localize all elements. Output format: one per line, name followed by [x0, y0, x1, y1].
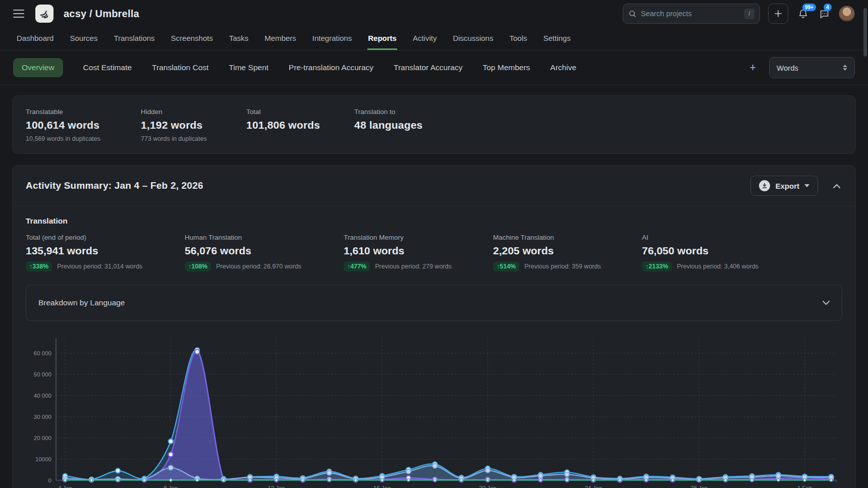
notifications-button[interactable]: 99+: [796, 7, 809, 20]
nav-tab[interactable]: Settings: [542, 27, 571, 50]
previous-period-text: Previous period: 3,406 words: [677, 263, 758, 270]
stat-value: 48 languages: [354, 119, 842, 131]
nav-tab[interactable]: Reports: [367, 27, 397, 50]
hamburger-menu-icon[interactable]: [13, 10, 24, 18]
nav-tab[interactable]: Translations: [113, 27, 155, 50]
activity-header: Activity Summary: Jan 4 – Feb 2, 2026 Ex…: [13, 166, 855, 206]
search-box[interactable]: /: [623, 4, 760, 24]
svg-text:10000: 10000: [35, 456, 51, 462]
stat-subtext: [246, 135, 354, 142]
user-avatar[interactable]: [839, 6, 855, 22]
stat-value: 76,050 words: [642, 245, 842, 257]
chart-y-axis-labels: 01000020 00030 00040 00050 00060 000: [34, 350, 51, 483]
chart-series-purple: [65, 352, 831, 480]
stat-label: Hidden: [141, 108, 246, 116]
report-tab[interactable]: Overview: [13, 58, 63, 77]
translation-stat: Total (end of period) 135,941 words ↑338…: [26, 234, 185, 272]
stat-value: 1,192 words: [141, 119, 246, 131]
stat-subtext: [354, 135, 842, 142]
activity-title: Activity Summary: Jan 4 – Feb 2, 2026: [26, 180, 203, 191]
stat-label: Translation to: [354, 108, 842, 116]
app-logo[interactable]: [35, 5, 53, 23]
summary-stat: Translation to 48 languages: [354, 108, 842, 142]
stat-value: 2,205 words: [493, 245, 642, 257]
nav-tab[interactable]: Members: [264, 27, 297, 50]
nav-tab[interactable]: Tools: [509, 27, 527, 50]
nav-tab[interactable]: Dashboard: [16, 27, 54, 50]
report-tab[interactable]: Translator Accuracy: [394, 63, 462, 72]
svg-text:20 Jan: 20 Jan: [479, 485, 496, 488]
delta-badge: ↑338%: [26, 261, 52, 272]
search-input[interactable]: [641, 10, 740, 18]
svg-text:60 000: 60 000: [34, 350, 51, 356]
report-tab[interactable]: Translation Cost: [152, 63, 208, 72]
messages-button[interactable]: 4: [818, 7, 831, 20]
report-tab[interactable]: Pre-translation Accuracy: [289, 63, 373, 72]
nav-tab[interactable]: Activity: [412, 27, 438, 50]
collapse-section-button[interactable]: [831, 180, 842, 192]
report-tab[interactable]: Time Spent: [229, 63, 268, 72]
stat-value: 135,941 words: [26, 245, 185, 257]
reports-tabs: OverviewCost EstimateTranslation CostTim…: [13, 58, 576, 77]
translation-stat: Machine Translation 2,205 words ↑514% Pr…: [493, 234, 642, 272]
stat-label: Translatable: [26, 108, 141, 116]
stat-label: Human Translation: [185, 234, 344, 241]
stat-label: AI: [642, 234, 842, 241]
plus-icon: [774, 9, 783, 18]
report-tab[interactable]: Archive: [550, 63, 576, 72]
messages-count-badge: 4: [824, 4, 832, 11]
project-nav: DashboardSourcesTranslationsScreenshotsT…: [0, 27, 868, 50]
nav-tab[interactable]: Discussions: [452, 27, 494, 50]
unit-select[interactable]: Words: [769, 57, 855, 78]
summary-stat: Hidden 1,192 words 773 words in duplicat…: [141, 108, 246, 142]
previous-period-text: Previous period: 359 words: [524, 263, 601, 270]
notifications-count-badge: 99+: [802, 4, 816, 11]
search-icon: [628, 10, 637, 18]
breakdown-by-language-accordion[interactable]: Breakdown by Language: [26, 285, 842, 321]
export-button[interactable]: Export: [750, 176, 818, 196]
nav-tab[interactable]: Integrations: [312, 27, 352, 50]
project-title: acsy / Umbrella: [64, 8, 139, 20]
stat-value: 1,610 words: [344, 245, 493, 257]
stat-value: 100,614 words: [26, 119, 141, 131]
svg-text:20 000: 20 000: [34, 435, 51, 441]
caret-down-icon: [804, 184, 809, 187]
add-report-button[interactable]: +: [749, 62, 756, 73]
delta-badge: ↑477%: [344, 261, 370, 272]
translation-stat: Human Translation 56,076 words ↑108% Pre…: [185, 234, 344, 272]
svg-text:50 000: 50 000: [34, 371, 51, 377]
stat-label: Total (end of period): [26, 234, 185, 241]
previous-period-text: Previous period: 279 words: [375, 263, 451, 270]
svg-text:0: 0: [48, 477, 51, 483]
word-summary-card: Translatable 100,614 words 10,569 words …: [12, 95, 856, 154]
topbar: acsy / Umbrella / 99+ 4: [0, 0, 868, 27]
report-tab[interactable]: Cost Estimate: [83, 63, 132, 72]
activity-chart: 4 Jan8 Jan12 Jan16 Jan20 Jan24 Jan28 Jan…: [26, 328, 842, 488]
page-scrollbar-thumb[interactable]: [863, 8, 867, 57]
export-label: Export: [775, 182, 799, 190]
delta-badge: ↑514%: [493, 261, 519, 272]
stat-value: 101,806 words: [246, 119, 354, 131]
translation-stat: Translation Memory 1,610 words ↑477% Pre…: [344, 234, 493, 272]
nav-tab[interactable]: Tasks: [229, 27, 249, 50]
logo-swirl-icon: [39, 8, 50, 19]
search-shortcut-key: /: [744, 9, 754, 19]
svg-text:4 Jan: 4 Jan: [58, 485, 72, 488]
summary-stat: Translatable 100,614 words 10,569 words …: [26, 108, 141, 142]
summary-stat: Total 101,806 words: [246, 108, 354, 142]
create-project-button[interactable]: [768, 4, 788, 24]
translation-section-title: Translation: [26, 216, 842, 226]
nav-tab[interactable]: Sources: [69, 27, 98, 50]
delta-badge: ↑2133%: [642, 261, 672, 272]
stat-label: Machine Translation: [493, 234, 642, 241]
svg-text:40 000: 40 000: [34, 393, 51, 399]
reports-subnav: OverviewCost EstimateTranslation CostTim…: [0, 50, 868, 85]
stat-value: 56,076 words: [185, 245, 344, 257]
svg-text:16 Jan: 16 Jan: [373, 485, 391, 488]
activity-summary-card: Activity Summary: Jan 4 – Feb 2, 2026 Ex…: [12, 165, 856, 488]
svg-text:1 Feb: 1 Feb: [797, 485, 812, 488]
nav-tab[interactable]: Screenshots: [171, 27, 213, 50]
svg-text:24 Jan: 24 Jan: [585, 485, 602, 488]
report-tab[interactable]: Top Members: [482, 63, 530, 72]
svg-text:30 000: 30 000: [34, 414, 51, 420]
